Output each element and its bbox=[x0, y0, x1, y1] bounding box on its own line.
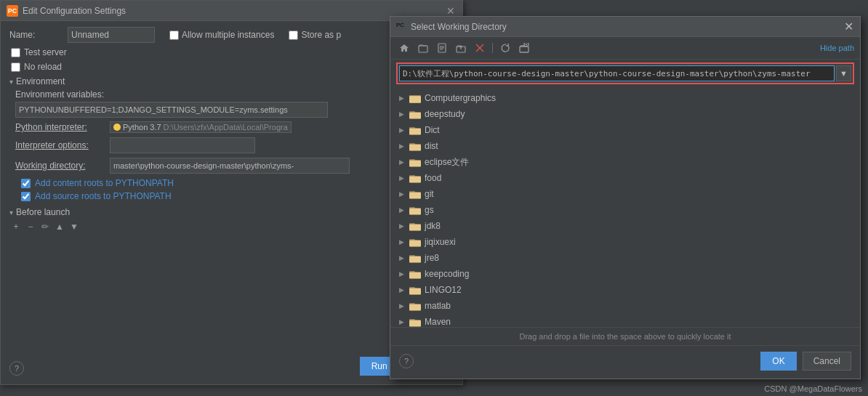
test-server-checkbox[interactable] bbox=[11, 48, 20, 57]
tree-arrow-icon: ▶ bbox=[399, 270, 408, 278]
tree-item-food[interactable]: ▶ food bbox=[390, 170, 860, 186]
folder-icon bbox=[409, 205, 421, 215]
remove-before-launch-button[interactable]: − bbox=[24, 220, 37, 233]
tree-item-jre8[interactable]: ▶ jre8 bbox=[390, 250, 860, 266]
svg-rect-17 bbox=[409, 160, 415, 161]
fg-close-button[interactable]: ✕ bbox=[843, 21, 854, 33]
add-content-roots-checkbox[interactable] bbox=[21, 179, 31, 188]
tree-item-label: Maven bbox=[425, 317, 451, 327]
add-content-roots-label: Add content roots to PYTHONPATH bbox=[35, 178, 174, 188]
edit-config-close-button[interactable]: ✕ bbox=[445, 5, 457, 17]
down-before-launch-button[interactable]: ▼ bbox=[68, 220, 81, 233]
add-source-roots-checkbox[interactable] bbox=[21, 192, 31, 201]
svg-rect-9 bbox=[409, 97, 421, 103]
path-dropdown-button[interactable]: ▼ bbox=[836, 65, 851, 81]
tree-item-matlab[interactable]: ▶ matlab bbox=[390, 298, 860, 314]
tree-item-label: jdk8 bbox=[425, 221, 441, 231]
env-vars-label: Environment variables: bbox=[15, 89, 454, 100]
fg-pycharm-icon: PC bbox=[396, 22, 406, 32]
folder-icon bbox=[409, 93, 421, 103]
test-server-row: Test server bbox=[11, 47, 454, 57]
name-label: Name: bbox=[9, 30, 68, 40]
tree-item-label: food bbox=[425, 173, 441, 183]
tree-item-lingo12[interactable]: ▶ LINGO12 bbox=[390, 282, 860, 298]
fg-action-buttons: OK Cancel bbox=[760, 352, 851, 371]
tree-item-computergraphics[interactable]: ▶ Computergraphics bbox=[390, 90, 860, 106]
tree-item-gs[interactable]: ▶ gs bbox=[390, 202, 860, 218]
toolbar-divider bbox=[492, 43, 493, 53]
tree-item-dist[interactable]: ▶ dist bbox=[390, 138, 860, 154]
svg-rect-13 bbox=[409, 128, 415, 129]
svg-rect-23 bbox=[409, 208, 415, 209]
tree-item-eclipse[interactable]: ▶ eclipse文件 bbox=[390, 154, 860, 170]
working-dir-input[interactable] bbox=[110, 158, 350, 174]
before-launch-arrow: ▾ bbox=[9, 209, 13, 217]
python-badge[interactable]: Python 3.7 D:\Users\zfx\AppData\Local\Pr… bbox=[110, 121, 292, 133]
tree-item-deepstudy[interactable]: ▶ deepstudy bbox=[390, 106, 860, 122]
env-vars-input[interactable] bbox=[15, 102, 328, 118]
svg-rect-37 bbox=[409, 320, 415, 320]
svg-rect-15 bbox=[409, 144, 415, 145]
edit-before-launch-button[interactable]: ✏ bbox=[39, 220, 52, 233]
tree-item-keepcoding[interactable]: ▶ keepcoding bbox=[390, 266, 860, 282]
up-before-launch-button[interactable]: ▲ bbox=[53, 220, 66, 233]
tree-item-label: keepcoding bbox=[425, 269, 469, 279]
add-before-launch-button[interactable]: + bbox=[9, 220, 23, 233]
svg-rect-11 bbox=[409, 112, 415, 113]
svg-rect-28 bbox=[409, 256, 421, 263]
interpreter-options-input[interactable] bbox=[110, 137, 255, 153]
before-launch-toolbar: + − ✏ ▲ ▼ bbox=[9, 220, 454, 233]
add-source-roots-row: Add source roots to PYTHONPATH bbox=[21, 191, 454, 201]
folder-icon bbox=[409, 301, 421, 311]
tree-arrow-icon: ▶ bbox=[399, 222, 408, 230]
home-button[interactable] bbox=[396, 40, 412, 56]
store-as-label: Store as p bbox=[289, 30, 341, 40]
new-folder-button[interactable] bbox=[415, 40, 431, 56]
store-as-checkbox[interactable] bbox=[289, 31, 298, 40]
refresh-button[interactable] bbox=[497, 40, 513, 56]
svg-rect-35 bbox=[409, 304, 415, 304]
tree-item-dict[interactable]: ▶ Dict bbox=[390, 122, 860, 138]
working-directory-label: Working directory: bbox=[15, 161, 110, 171]
svg-rect-14 bbox=[409, 145, 421, 151]
python-version: Python 3.7 bbox=[123, 123, 161, 132]
test-server-label: Test server bbox=[24, 47, 67, 57]
tree-item-jdk8[interactable]: ▶ jdk8 bbox=[390, 218, 860, 234]
svg-rect-12 bbox=[409, 129, 421, 135]
tree-arrow-icon: ▶ bbox=[399, 126, 408, 134]
svg-rect-22 bbox=[409, 209, 421, 215]
folder-icon bbox=[409, 317, 421, 327]
allow-multiple-checkbox[interactable] bbox=[169, 31, 179, 40]
svg-rect-10 bbox=[409, 113, 421, 119]
env-arrow: ▾ bbox=[9, 78, 13, 86]
ok-button[interactable]: OK bbox=[760, 352, 796, 371]
hide-path-link[interactable]: Hide path bbox=[820, 44, 854, 52]
tree-arrow-icon: ▶ bbox=[399, 158, 408, 166]
pycharm-icon: PC bbox=[7, 5, 18, 17]
parent-dir-button[interactable] bbox=[453, 40, 469, 56]
path-input[interactable] bbox=[399, 65, 835, 81]
tree-arrow-icon: ▶ bbox=[399, 302, 408, 310]
expand-button[interactable] bbox=[516, 40, 532, 56]
fg-titlebar: PC Select Working Directory ✕ bbox=[390, 17, 860, 37]
python-interpreter-row: Python interpreter: Python 3.7 D:\Users\… bbox=[15, 121, 454, 133]
tree-item-label: jre8 bbox=[425, 253, 439, 263]
delete-button[interactable] bbox=[472, 40, 488, 56]
svg-rect-31 bbox=[409, 272, 415, 272]
tree-item-maven[interactable]: ▶ Maven bbox=[390, 314, 860, 327]
svg-rect-0 bbox=[419, 46, 427, 52]
new-file-button[interactable] bbox=[434, 40, 450, 56]
tree-item-git[interactable]: ▶ git bbox=[390, 186, 860, 202]
fg-help-button[interactable]: ? bbox=[399, 354, 414, 368]
add-source-roots-label: Add source roots to PYTHONPATH bbox=[35, 191, 172, 201]
name-row: Name: Allow multiple instances Store as … bbox=[9, 27, 454, 43]
no-reload-checkbox[interactable] bbox=[11, 62, 20, 72]
fg-toolbar: Hide path bbox=[390, 37, 860, 60]
bg-help-button[interactable]: ? bbox=[9, 361, 24, 376]
svg-rect-20 bbox=[409, 193, 421, 199]
fg-cancel-button[interactable]: Cancel bbox=[803, 352, 851, 371]
tree-arrow-icon: ▶ bbox=[399, 94, 408, 102]
name-input[interactable] bbox=[68, 27, 155, 43]
environment-body: Environment variables: Python interprete… bbox=[15, 89, 454, 201]
tree-item-jiqixuexi[interactable]: ▶ jiqixuexi bbox=[390, 234, 860, 250]
